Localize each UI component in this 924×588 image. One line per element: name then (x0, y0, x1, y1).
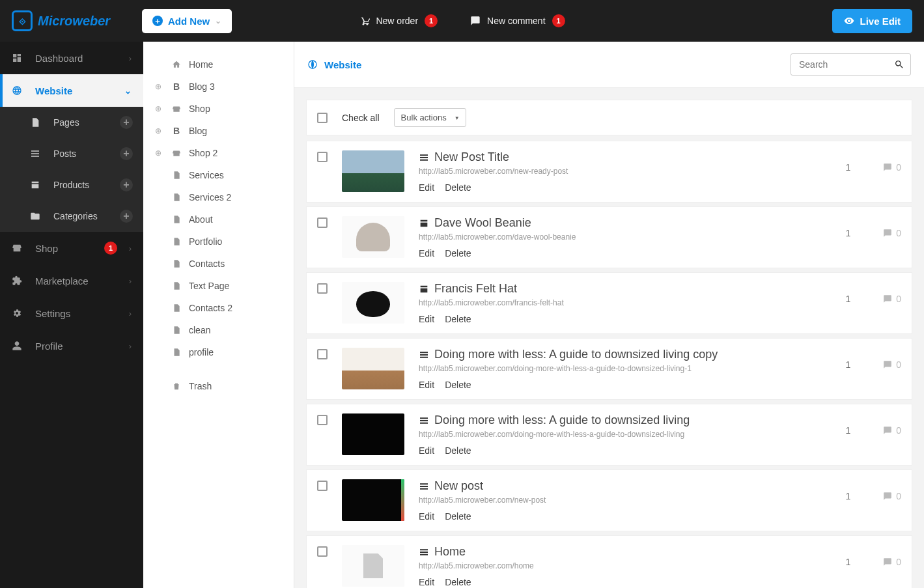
add-new-button[interactable]: + Add New ⌄ (142, 9, 232, 33)
post-title[interactable]: New Post Title (419, 150, 831, 164)
expand-icon[interactable]: ⊕ (155, 148, 164, 158)
nav-shop[interactable]: Shop 1 › (0, 232, 143, 264)
post-thumbnail[interactable] (342, 216, 404, 258)
tree-about[interactable]: About (143, 208, 294, 231)
delete-link[interactable]: Delete (445, 511, 471, 522)
new-order-link[interactable]: New order 1 (359, 14, 438, 27)
post-checkbox[interactable] (317, 349, 328, 359)
nav-posts[interactable]: Posts + (0, 138, 143, 169)
puzzle-icon (12, 275, 22, 286)
post-thumbnail[interactable] (342, 413, 404, 455)
edit-link[interactable]: Edit (419, 182, 434, 193)
nav-pages[interactable]: Pages + (0, 107, 143, 138)
brand-text: Microweber (38, 14, 110, 29)
edit-link[interactable]: Edit (419, 445, 434, 456)
add-product-icon[interactable]: + (120, 178, 133, 191)
search-icon[interactable] (894, 59, 904, 70)
page-icon (172, 303, 181, 313)
blog-icon: B (171, 81, 182, 92)
add-new-label: Add New (168, 16, 210, 27)
add-post-icon[interactable]: + (120, 147, 133, 160)
delete-link[interactable]: Delete (445, 445, 471, 456)
new-comment-badge: 1 (552, 14, 565, 27)
expand-icon[interactable]: ⊕ (155, 104, 164, 113)
logo-icon: ⟐ (12, 10, 33, 31)
check-all-checkbox[interactable] (317, 113, 328, 123)
logo[interactable]: ⟐ Microweber (12, 10, 142, 31)
post-checkbox[interactable] (317, 283, 328, 294)
nav-dashboard[interactable]: Dashboard › (0, 42, 143, 74)
post-checkbox[interactable] (317, 152, 328, 162)
list-icon (419, 350, 429, 360)
edit-link[interactable]: Edit (419, 380, 434, 390)
nav-categories[interactable]: Categories + (0, 201, 143, 232)
post-title-text: New post (434, 479, 483, 493)
tree-shop[interactable]: ⊕Shop (143, 98, 294, 120)
tree-clean[interactable]: clean (143, 319, 294, 341)
post-title[interactable]: New post (419, 479, 831, 493)
tree-portfolio[interactable]: Portfolio (143, 231, 294, 253)
edit-link[interactable]: Edit (419, 577, 434, 587)
post-checkbox[interactable] (317, 217, 328, 228)
add-page-icon[interactable]: + (120, 116, 133, 129)
post-title[interactable]: Francis Felt Hat (419, 282, 831, 296)
gear-icon (12, 308, 22, 318)
nav-website[interactable]: Website ⌄ (0, 74, 143, 107)
nav-marketplace[interactable]: Marketplace › (0, 264, 143, 297)
post-checkbox[interactable] (317, 546, 328, 557)
delete-link[interactable]: Delete (445, 380, 471, 390)
delete-link[interactable]: Delete (445, 577, 471, 587)
tree-services[interactable]: Services (143, 164, 294, 186)
tree-contacts[interactable]: Contacts (143, 253, 294, 275)
content-header: Website (294, 42, 924, 88)
post-url: http://lab5.microweber.com/dave-wool-bea… (419, 232, 831, 242)
tree-contacts2[interactable]: Contacts 2 (143, 297, 294, 319)
edit-link[interactable]: Edit (419, 511, 434, 522)
post-title[interactable]: Dave Wool Beanie (419, 216, 831, 230)
expand-icon[interactable]: ⊕ (155, 126, 164, 135)
nav-profile[interactable]: Profile › (0, 329, 143, 362)
chevron-right-icon: › (129, 53, 132, 63)
comment-count: 0 (896, 491, 901, 501)
shop-badge: 1 (104, 242, 117, 255)
live-edit-button[interactable]: Live Edit (832, 9, 912, 33)
edit-link[interactable]: Edit (419, 314, 434, 324)
post-count: 1 (845, 491, 850, 501)
post-title[interactable]: Doing more with less: A guide to downsiz… (419, 348, 831, 361)
expand-icon[interactable]: ⊕ (155, 82, 164, 91)
tree-blog3[interactable]: ⊕BBlog 3 (143, 76, 294, 98)
post-title[interactable]: Home (419, 545, 831, 559)
nav-profile-label: Profile (35, 341, 63, 352)
post-thumbnail[interactable] (342, 282, 404, 324)
nav-products[interactable]: Products + (0, 169, 143, 201)
tree-label: clean (189, 325, 210, 335)
tree-label: Text Page (189, 281, 229, 291)
nav-posts-label: Posts (53, 148, 76, 159)
search-input[interactable] (791, 53, 911, 76)
tree-shop2[interactable]: ⊕Shop 2 (143, 142, 294, 164)
post-checkbox[interactable] (317, 481, 328, 491)
tree-blog[interactable]: ⊕BBlog (143, 120, 294, 142)
post-thumbnail[interactable] (342, 348, 404, 389)
tree-trash[interactable]: Trash (143, 375, 294, 397)
tree-textpage[interactable]: Text Page (143, 275, 294, 297)
post-title[interactable]: Doing more with less: A guide to downsiz… (419, 413, 831, 427)
add-category-icon[interactable]: + (120, 210, 133, 223)
edit-link[interactable]: Edit (419, 248, 434, 259)
nav-settings[interactable]: Settings › (0, 297, 143, 329)
comment-icon (470, 16, 481, 26)
new-comment-link[interactable]: New comment 1 (470, 14, 565, 27)
tree-services2[interactable]: Services 2 (143, 186, 294, 208)
comment-count: 0 (896, 228, 901, 238)
delete-link[interactable]: Delete (445, 314, 471, 324)
nav-products-label: Products (53, 180, 89, 190)
tree-profile[interactable]: profile (143, 341, 294, 363)
post-thumbnail[interactable] (342, 150, 404, 192)
post-checkbox[interactable] (317, 415, 328, 425)
post-thumbnail[interactable] (342, 545, 404, 587)
bulk-actions-select[interactable]: Bulk actions (394, 108, 466, 127)
delete-link[interactable]: Delete (445, 248, 471, 259)
post-thumbnail[interactable] (342, 479, 404, 521)
delete-link[interactable]: Delete (445, 182, 471, 193)
tree-home[interactable]: Home (143, 53, 294, 76)
